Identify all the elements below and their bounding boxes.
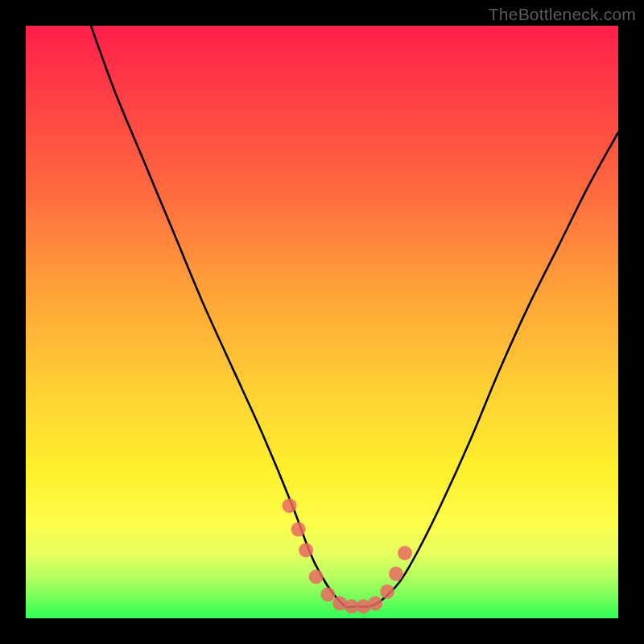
watermark-text: TheBottleneck.com xyxy=(489,5,636,24)
chart-frame: TheBottleneck.com xyxy=(0,0,644,644)
plot-area xyxy=(26,26,618,618)
highlight-dots-group xyxy=(283,498,413,613)
highlight-dot xyxy=(320,588,335,602)
highlight-dot xyxy=(389,567,403,581)
bottleneck-curve xyxy=(91,26,618,607)
highlight-dot xyxy=(380,584,394,599)
highlight-dot xyxy=(309,570,324,584)
curve-svg xyxy=(26,26,618,618)
highlight-dot xyxy=(398,546,412,560)
highlight-dot xyxy=(299,543,313,557)
highlight-dot xyxy=(368,597,382,611)
highlight-dot xyxy=(283,498,297,513)
highlight-dot xyxy=(291,522,306,537)
